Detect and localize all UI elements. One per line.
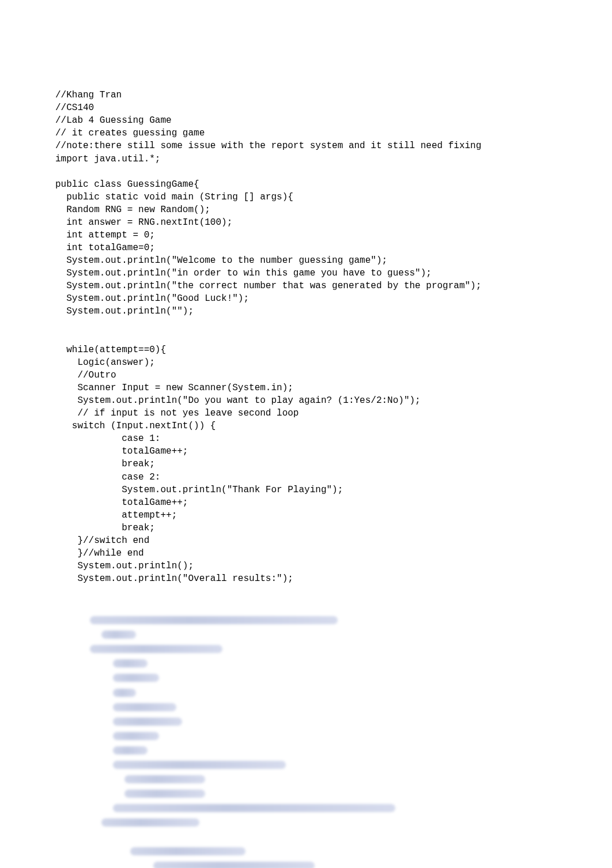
code-line: }//switch end bbox=[55, 534, 557, 547]
blurred-line bbox=[55, 643, 557, 656]
blurred-line bbox=[55, 614, 557, 627]
code-line: System.out.println("Overall results:"); bbox=[55, 572, 557, 585]
code-line: }//while end bbox=[55, 547, 557, 560]
code-line: //Outro bbox=[55, 369, 557, 382]
blurred-line bbox=[55, 831, 557, 844]
code-line: break; bbox=[55, 522, 557, 534]
blurred-line bbox=[55, 802, 557, 814]
blurred-line bbox=[55, 730, 557, 742]
blurred-line bbox=[55, 658, 557, 670]
code-line: attempt++; bbox=[55, 509, 557, 522]
blurred-line bbox=[55, 744, 557, 757]
code-line bbox=[55, 318, 557, 331]
code-line: int totalGame=0; bbox=[55, 241, 557, 254]
blurred-line bbox=[55, 860, 557, 868]
code-line: System.out.println(""); bbox=[55, 305, 557, 318]
code-line: while(attempt==0){ bbox=[55, 344, 557, 356]
blurred-line bbox=[55, 701, 557, 714]
code-line: //Khang Tran bbox=[55, 89, 557, 101]
code-line: totalGame++; bbox=[55, 445, 557, 458]
blurred-line bbox=[55, 628, 557, 641]
code-line: import java.util.*; bbox=[55, 153, 557, 165]
code-line: // if input is not yes leave second loop bbox=[55, 407, 557, 420]
code-line: switch (Input.nextInt()) { bbox=[55, 420, 557, 432]
code-line: case 1: bbox=[55, 432, 557, 445]
code-line: // it creates guessing game bbox=[55, 127, 557, 139]
code-line: break; bbox=[55, 458, 557, 470]
code-line: System.out.println("Good Luck!"); bbox=[55, 292, 557, 305]
code-line: public class GuessingGame{ bbox=[55, 178, 557, 191]
code-line: System.out.println("Do you want to play … bbox=[55, 394, 557, 407]
code-line: System.out.println("in order to win this… bbox=[55, 267, 557, 280]
code-document: //Khang Tran//CS140//Lab 4 Guessing Game… bbox=[0, 0, 612, 868]
blurred-line bbox=[55, 715, 557, 728]
code-line: System.out.println(); bbox=[55, 560, 557, 572]
code-line: Random RNG = new Random(); bbox=[55, 203, 557, 216]
blurred-line bbox=[55, 787, 557, 800]
blurred-line bbox=[55, 773, 557, 786]
code-line: System.out.println("Thank For Playing"); bbox=[55, 484, 557, 496]
code-line: int attempt = 0; bbox=[55, 229, 557, 241]
code-line: totalGame++; bbox=[55, 496, 557, 509]
blurred-line bbox=[55, 816, 557, 829]
code-line: public static void main (String [] args)… bbox=[55, 191, 557, 203]
code-line: System.out.println("Welcome to the numbe… bbox=[55, 254, 557, 267]
code-block: //Khang Tran//CS140//Lab 4 Guessing Game… bbox=[55, 89, 557, 585]
code-line: Scanner Input = new Scanner(System.in); bbox=[55, 382, 557, 394]
code-line: //note:there still some issue with the r… bbox=[55, 139, 557, 152]
code-line: Logic(answer); bbox=[55, 356, 557, 369]
blurred-preview-region bbox=[55, 614, 557, 868]
code-line: case 2: bbox=[55, 471, 557, 484]
blurred-line bbox=[55, 686, 557, 699]
blurred-line bbox=[55, 846, 557, 858]
code-line bbox=[55, 165, 557, 178]
code-line: //Lab 4 Guessing Game bbox=[55, 114, 557, 127]
code-line: //CS140 bbox=[55, 101, 557, 114]
code-line: int answer = RNG.nextInt(100); bbox=[55, 216, 557, 229]
blurred-line bbox=[55, 758, 557, 771]
blurred-line bbox=[55, 672, 557, 685]
code-line: System.out.println("the correct number t… bbox=[55, 280, 557, 292]
code-line bbox=[55, 331, 557, 344]
